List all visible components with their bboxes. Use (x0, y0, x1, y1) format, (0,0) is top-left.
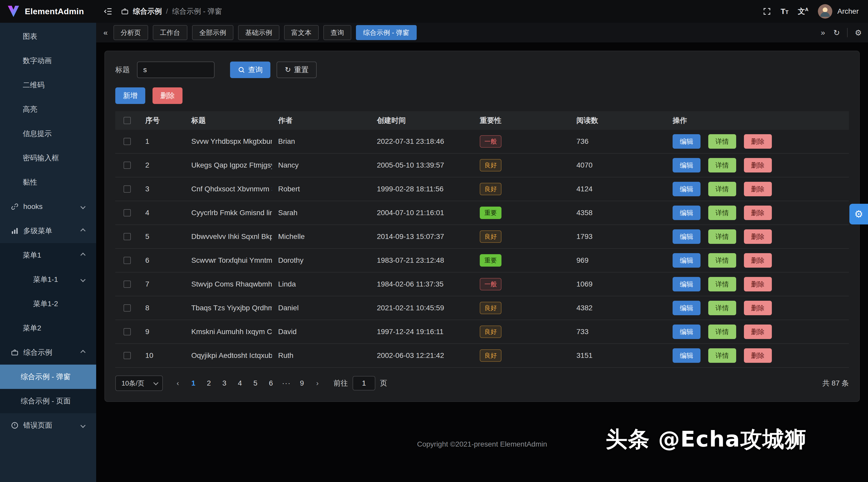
tab-workbench[interactable]: 工作台 (153, 25, 187, 40)
sidebar-item-demo-page[interactable]: 综合示例 - 页面 (0, 389, 96, 413)
query-button[interactable]: 查询 (230, 62, 270, 78)
edit-button[interactable]: 编辑 (673, 158, 701, 173)
tab-basic-examples[interactable]: 基础示例 (238, 25, 279, 40)
fullscreen-icon[interactable] (763, 7, 771, 16)
row-checkbox[interactable] (124, 280, 131, 288)
tabs-scroll-left-icon[interactable]: « (102, 28, 109, 37)
detail-button[interactable]: 详情 (708, 301, 736, 315)
sidebar-collapse-icon[interactable] (103, 7, 113, 16)
sidebar-item-message-tip[interactable]: 信息提示 (0, 122, 96, 146)
column-header-author: 作者 (272, 116, 371, 125)
page-size-select[interactable]: 10条/页 (115, 375, 163, 391)
detail-button[interactable]: 详情 (708, 253, 736, 268)
avatar[interactable] (818, 4, 832, 19)
detail-button[interactable]: 详情 (708, 277, 736, 292)
sidebar-item-menu2[interactable]: 菜单2 (0, 316, 96, 340)
sidebar-item-highlight[interactable]: 高亮 (0, 97, 96, 122)
pagination-ellipsis-icon[interactable]: ··· (279, 379, 294, 387)
edit-button[interactable]: 编辑 (673, 253, 701, 268)
row-checkbox[interactable] (124, 328, 131, 335)
prev-page-icon[interactable]: ‹ (170, 379, 186, 387)
tab-analysis[interactable]: 分析页 (114, 25, 148, 40)
language-icon[interactable]: 文A (798, 6, 809, 16)
reset-button[interactable]: ↻ 重置 (277, 62, 317, 78)
row-checkbox[interactable] (124, 352, 131, 359)
sidebar-item-demo-dialog[interactable]: 综合示例 - 弹窗 (0, 365, 96, 389)
detail-button[interactable]: 详情 (708, 182, 736, 196)
tabs-scroll-right-icon[interactable]: » (820, 28, 826, 37)
page-number-5[interactable]: 5 (248, 379, 263, 387)
tab-demo-dialog[interactable]: 综合示例 - 弹窗 (356, 25, 417, 40)
row-checkbox[interactable] (124, 209, 131, 216)
row-checkbox[interactable] (124, 233, 131, 240)
sidebar-item-menu1[interactable]: 菜单1 (0, 243, 96, 267)
row-checkbox[interactable] (124, 185, 131, 193)
sidebar-item-password-input[interactable]: 密码输入框 (0, 146, 96, 170)
cell-serial: 6 (139, 256, 185, 265)
sidebar-item-menu1-1[interactable]: 菜单1-1 (0, 267, 96, 292)
page-number-3[interactable]: 3 (217, 379, 232, 387)
detail-button[interactable]: 详情 (708, 158, 736, 173)
edit-button[interactable]: 编辑 (673, 277, 701, 292)
edit-button[interactable]: 编辑 (673, 301, 701, 315)
tab-rich-text[interactable]: 富文本 (284, 25, 319, 40)
detail-button[interactable]: 详情 (708, 348, 736, 363)
goto-page-input[interactable] (352, 376, 375, 390)
page-number-9[interactable]: 9 (294, 379, 310, 387)
cell-author: Nancy (272, 161, 371, 169)
edit-button[interactable]: 编辑 (673, 182, 701, 196)
detail-button[interactable]: 详情 (708, 134, 736, 149)
delete-button[interactable]: 删除 (744, 206, 772, 220)
sidebar-item-error-page[interactable]: 错误页面 (0, 413, 96, 438)
tabbar-gear-icon[interactable]: ⚙ (855, 28, 862, 37)
detail-button[interactable]: 详情 (708, 229, 736, 244)
detail-button[interactable]: 详情 (708, 325, 736, 339)
page-number-2[interactable]: 2 (201, 379, 217, 387)
page-number-4[interactable]: 4 (232, 379, 248, 387)
delete-button[interactable]: 删除 (744, 277, 772, 292)
delete-button[interactable]: 删除 (744, 229, 772, 244)
edit-button[interactable]: 编辑 (673, 229, 701, 244)
page-number-1[interactable]: 1 (186, 379, 201, 387)
briefcase-icon (11, 349, 19, 356)
title-search-input[interactable] (137, 62, 215, 78)
brand: ElementAdmin (0, 5, 96, 18)
edit-button[interactable]: 编辑 (673, 348, 701, 363)
tab-query[interactable]: 查询 (323, 25, 351, 40)
breadcrumb-section[interactable]: 综合示例 (133, 6, 162, 16)
delete-button[interactable]: 删除 (744, 158, 772, 173)
bulk-delete-button[interactable]: 删除 (153, 87, 183, 104)
app-root: ElementAdmin 综合示例 / 综合示例 - 弹窗 TT (0, 0, 868, 482)
row-checkbox[interactable] (124, 138, 131, 145)
row-checkbox[interactable] (124, 257, 131, 264)
sidebar-item-sticky[interactable]: 黏性 (0, 170, 96, 194)
delete-button[interactable]: 删除 (744, 301, 772, 315)
delete-button[interactable]: 删除 (744, 325, 772, 339)
delete-button[interactable]: 删除 (744, 348, 772, 363)
add-button[interactable]: 新增 (115, 87, 145, 104)
sidebar-item-charts[interactable]: 图表 (0, 24, 96, 49)
sidebar-item-demo[interactable]: 综合示例 (0, 340, 96, 365)
edit-button[interactable]: 编辑 (673, 325, 701, 339)
sidebar-item-hooks[interactable]: hooks (0, 194, 96, 219)
detail-button[interactable]: 详情 (708, 206, 736, 220)
font-size-icon[interactable]: TT (781, 7, 788, 16)
next-page-icon[interactable]: › (310, 379, 325, 387)
refresh-icon[interactable]: ↻ (833, 28, 840, 37)
sidebar-item-multilevel-menu[interactable]: 多级菜单 (0, 219, 96, 243)
sidebar-item-qrcode[interactable]: 二维码 (0, 73, 96, 97)
edit-button[interactable]: 编辑 (673, 134, 701, 149)
row-checkbox[interactable] (124, 161, 131, 169)
delete-button[interactable]: 删除 (744, 182, 772, 196)
edit-button[interactable]: 编辑 (673, 206, 701, 220)
settings-drawer-button[interactable]: ⚙ (849, 204, 868, 224)
row-checkbox[interactable] (124, 304, 131, 311)
delete-button[interactable]: 删除 (744, 134, 772, 149)
tab-all-examples[interactable]: 全部示例 (192, 25, 234, 40)
select-all-checkbox[interactable] (124, 117, 131, 124)
sidebar-item-count-animation[interactable]: 数字动画 (0, 49, 96, 73)
sidebar-item-menu1-2[interactable]: 菜单1-2 (0, 292, 96, 316)
page-number-6[interactable]: 6 (263, 379, 279, 387)
cell-author: Daniel (272, 304, 371, 312)
delete-button[interactable]: 删除 (744, 253, 772, 268)
